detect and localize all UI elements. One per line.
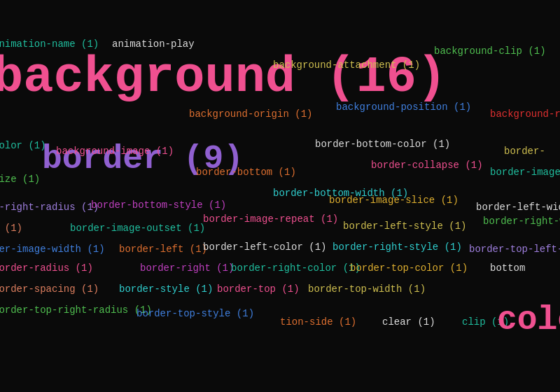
word-item: border-image-repeat (1) [203,214,338,225]
word-item: border-left (1) [119,244,207,255]
word-item: background-image (1) [56,146,174,157]
word-item: border-left-width [476,202,560,213]
word-item: border- [504,146,545,157]
word-item: clear (1) [382,316,435,328]
word-item: background-re [490,108,560,120]
word-item: g (1) [0,223,22,234]
word-item: border-bottom-color (1) [315,139,450,150]
word-item: border-top-right-radius (1) [0,304,152,316]
word-item: border-right-style (1) [332,241,462,253]
word-item: border-left-color (1) [203,241,326,253]
word-item: background-position (1) [336,102,471,113]
word-item: m-right-radius (1) [0,202,99,213]
word-item: border-radius (1) [0,262,93,274]
word-item: border-image-st [490,167,560,178]
word-item: border-top-width (1) [308,284,426,295]
word-item: background-origin (1) [189,108,312,120]
word-item: color [497,301,560,339]
word-item: border-left-style (1) [343,220,466,232]
word-item: border-style (1) [119,284,213,295]
word-item: border-top-left-radius [469,244,560,255]
word-item: animation-name (1) [0,38,99,50]
word-item: border-spacing (1) [0,284,99,295]
word-item: border-top-color (1) [350,262,468,274]
word-item: border-collapse (1) [371,160,483,171]
word-item: background (16) [0,49,447,106]
word-item: border-right-color (1) [231,262,360,274]
word-item: border-bottom (1) [196,167,296,178]
word-item: size (1) [0,174,40,185]
word-item: border-image-slice (1) [329,195,458,206]
word-item: tion-side (1) [280,316,356,328]
word-item: animation-play [112,38,195,50]
word-item: border-right (1) [140,262,234,274]
word-item: border-right-width [483,216,560,227]
word-item: border-bottom-style (1) [91,200,226,211]
word-item: background-attachment (1) [273,59,420,71]
word-item: bottom [490,262,525,274]
word-cloud: background (16)border (9)animation-name … [0,0,560,392]
word-item: ler-image-width (1) [0,244,105,255]
word-item: border-top (1) [217,284,300,295]
word-item: border-top-style (1) [136,308,254,319]
word-item: color (1) [0,140,46,151]
word-item: border-image-outset (1) [70,223,205,234]
word-item: background-clip (1) [434,46,546,57]
